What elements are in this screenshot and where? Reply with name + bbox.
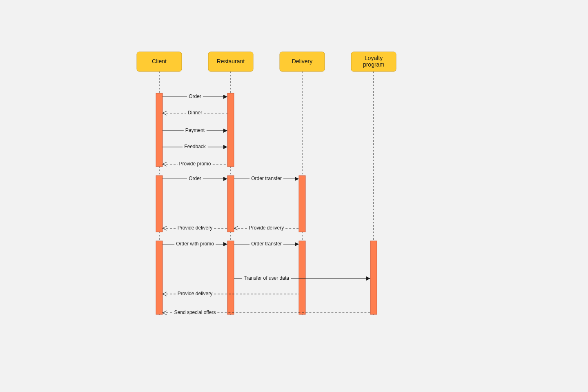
- actor-label-loyalty: program: [363, 61, 384, 68]
- message-label-9: Order with promo: [176, 241, 214, 247]
- message-label-7: Provide delivery: [249, 225, 284, 231]
- activation-client-0: [156, 93, 163, 167]
- actor-label-delivery: Delivery: [292, 58, 313, 65]
- message-label-6: Order transfer: [251, 176, 282, 181]
- activation-delivery-7: [299, 241, 305, 314]
- message-label-11: Transfer of user data: [244, 275, 289, 281]
- message-label-3: Feedback: [184, 144, 206, 149]
- message-arrow-10: [295, 242, 299, 246]
- message-label-12: Provide delivery: [178, 291, 212, 296]
- message-arrow-9: [223, 242, 227, 246]
- activation-restaurant-3: [227, 176, 234, 232]
- message-label-10: Order transfer: [251, 241, 282, 247]
- activation-client-2: [156, 176, 163, 232]
- message-label-0: Order: [189, 94, 201, 99]
- message-label-13: Send special offers: [174, 310, 216, 315]
- actor-label-restaurant: Restaurant: [217, 58, 245, 65]
- activation-loyalty-8: [370, 241, 377, 314]
- message-arrow-11: [366, 276, 370, 281]
- actor-label-client: Client: [152, 58, 167, 65]
- message-arrow-3: [223, 145, 227, 149]
- message-arrow-0: [223, 95, 227, 99]
- activation-restaurant-6: [227, 241, 234, 314]
- message-label-1: Dinner: [188, 110, 202, 116]
- message-arrow-2: [223, 129, 227, 133]
- message-label-5: Order: [189, 176, 201, 181]
- activation-delivery-4: [299, 176, 305, 232]
- activation-client-5: [156, 241, 163, 314]
- message-label-2: Payment: [185, 127, 205, 133]
- message-arrow-6: [295, 177, 299, 181]
- actor-label-loyalty: Loyalty: [365, 55, 383, 61]
- message-label-8: Provide delivery: [178, 225, 212, 231]
- message-arrow-5: [223, 177, 227, 181]
- message-label-4: Provide promo: [179, 161, 211, 167]
- activation-restaurant-1: [227, 93, 234, 167]
- sequence-diagram: ClientRestaurantDeliveryLoyaltyprogramOr…: [0, 0, 588, 392]
